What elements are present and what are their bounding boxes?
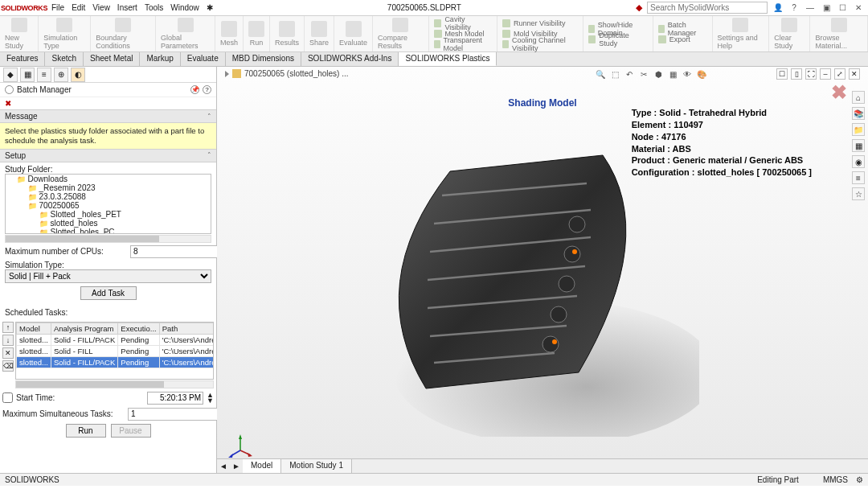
tab-motion-study[interactable]: Motion Study 1 bbox=[281, 459, 352, 473]
ribbon-batch-manager[interactable]: Batch Manager bbox=[658, 23, 707, 34]
menu-window[interactable]: Window bbox=[170, 3, 199, 12]
view-palette-icon[interactable]: ▦ bbox=[852, 139, 865, 152]
login-icon[interactable]: 👤 bbox=[772, 2, 784, 14]
task-scrollbar[interactable] bbox=[15, 380, 214, 388]
tree-scrollbar[interactable] bbox=[5, 235, 211, 243]
start-time-checkbox[interactable] bbox=[2, 392, 13, 403]
ribbon-settings-help[interactable]: Settings and Help bbox=[713, 16, 770, 51]
ribbon-share[interactable]: Share bbox=[305, 16, 334, 51]
task-clear-button[interactable]: ⌫ bbox=[2, 360, 14, 372]
two-view-icon[interactable]: ▯ bbox=[791, 68, 802, 80]
tab-sheet-metal[interactable]: Sheet Metal bbox=[84, 52, 140, 66]
pm-tab-feature-mgr[interactable]: ◆ bbox=[3, 68, 18, 82]
ribbon-browse-material[interactable]: Browse Material... bbox=[810, 16, 868, 51]
help-icon[interactable]: ? bbox=[788, 2, 800, 14]
task-row[interactable]: slotted...Solid - FILL/PACKPending'C:\Us… bbox=[17, 334, 215, 345]
pm-tab-config-mgr[interactable]: ≡ bbox=[37, 68, 51, 82]
menu-edit[interactable]: Edit bbox=[72, 3, 85, 12]
maximize-icon[interactable]: ☐ bbox=[837, 2, 848, 14]
col-exec[interactable]: Executio... bbox=[118, 323, 159, 334]
section-view-icon[interactable]: ✂ bbox=[638, 68, 649, 80]
ribbon-results[interactable]: Results bbox=[270, 16, 305, 51]
study-close-icon[interactable]: ✖ bbox=[831, 81, 847, 104]
view-triad[interactable] bbox=[228, 434, 252, 458]
file-explorer-icon[interactable]: 📁 bbox=[852, 123, 865, 136]
ribbon-runner-vis[interactable]: Runner Visibility bbox=[502, 18, 565, 29]
ribbon-cavity-vis[interactable]: Cavity Visibility bbox=[434, 18, 492, 29]
display-style-icon[interactable]: ▦ bbox=[667, 68, 678, 80]
task-row[interactable]: slotted...Solid - FILLPending'C:\Users\A… bbox=[17, 345, 215, 356]
pm-tab-prop-mgr[interactable]: ▦ bbox=[20, 68, 35, 82]
tab-scroll-left[interactable]: ◄ bbox=[217, 459, 230, 473]
ribbon-mesh[interactable]: Mesh bbox=[215, 16, 244, 51]
col-program[interactable]: Analysis Program bbox=[51, 323, 117, 334]
ribbon-transparent[interactable]: Transparent Model bbox=[434, 39, 492, 50]
design-lib-icon[interactable]: 📚 bbox=[852, 107, 865, 120]
pm-tab-dimx[interactable]: ⊕ bbox=[54, 68, 68, 82]
fullscreen-icon[interactable]: ⤢ bbox=[834, 68, 845, 80]
tab-scroll-right[interactable]: ► bbox=[230, 459, 243, 473]
task-delete-button[interactable]: ✕ bbox=[2, 347, 14, 359]
ribbon-boundary[interactable]: Boundary Conditions bbox=[91, 16, 156, 51]
pm-close-button[interactable]: ✖ bbox=[0, 97, 216, 109]
run-button[interactable]: Run bbox=[66, 424, 106, 438]
appearances-icon[interactable]: ◉ bbox=[852, 155, 865, 168]
minus-icon[interactable]: – bbox=[820, 68, 831, 80]
custom-props-icon[interactable]: ≡ bbox=[852, 171, 865, 184]
col-path[interactable]: Path bbox=[159, 323, 214, 334]
breadcrumb[interactable]: 700250065 (slotted_holes) ... bbox=[225, 69, 349, 78]
time-stepper[interactable]: ▲▼ bbox=[207, 392, 214, 404]
ribbon-run[interactable]: Run bbox=[244, 16, 270, 51]
start-time-input[interactable] bbox=[147, 392, 203, 405]
close-view-icon[interactable]: ✕ bbox=[849, 68, 860, 80]
prev-view-icon[interactable]: ↶ bbox=[624, 68, 635, 80]
tab-evaluate[interactable]: Evaluate bbox=[181, 52, 226, 66]
ribbon-cooling-vis[interactable]: Cooling Channel Visibility bbox=[502, 39, 578, 50]
col-model[interactable]: Model bbox=[17, 323, 51, 334]
tab-sketch[interactable]: Sketch bbox=[45, 52, 84, 66]
status-gear-icon[interactable]: ⚙ bbox=[856, 475, 863, 484]
link-views-icon[interactable]: ⛶ bbox=[805, 68, 817, 80]
task-table[interactable]: Model Analysis Program Executio... Path … bbox=[15, 322, 214, 380]
menu-tools[interactable]: Tools bbox=[145, 3, 163, 12]
restore-icon[interactable]: ▣ bbox=[821, 2, 832, 14]
folder-tree[interactable]: Downloads _Resemin 2023 23.0.3.25088 700… bbox=[5, 174, 211, 234]
pm-tab-plastics[interactable]: ◐ bbox=[71, 68, 85, 82]
ribbon-clear-study[interactable]: Clear Study bbox=[769, 16, 810, 51]
hide-show-icon[interactable]: 👁 bbox=[682, 68, 693, 80]
pause-button[interactable]: Pause bbox=[111, 424, 151, 438]
ribbon-duplicate-study[interactable]: Duplicate Study bbox=[588, 34, 648, 44]
ribbon-export[interactable]: Export bbox=[658, 34, 690, 44]
zoom-fit-icon[interactable]: 🔍 bbox=[595, 68, 606, 80]
task-down-button[interactable]: ↓ bbox=[2, 335, 14, 346]
menu-view[interactable]: View bbox=[92, 3, 110, 12]
sim-type-select[interactable]: Solid | Fill + Pack bbox=[5, 269, 211, 283]
tab-model[interactable]: Model bbox=[243, 459, 281, 473]
close-icon[interactable]: ✕ bbox=[853, 2, 864, 14]
task-up-button[interactable]: ↑ bbox=[2, 322, 14, 333]
tab-markup[interactable]: Markup bbox=[140, 52, 180, 66]
message-header[interactable]: Message˄ bbox=[0, 109, 216, 123]
appearance-icon[interactable]: 🎨 bbox=[696, 68, 707, 80]
setup-header[interactable]: Setup˄ bbox=[0, 149, 216, 162]
zoom-area-icon[interactable]: ⬚ bbox=[609, 68, 620, 80]
forum-icon[interactable]: ☆ bbox=[852, 187, 865, 200]
ribbon-evaluate[interactable]: Evaluate bbox=[334, 16, 373, 51]
status-units[interactable]: MMGS bbox=[823, 475, 848, 484]
ribbon-sim-type[interactable]: Simulation Type bbox=[39, 16, 91, 51]
sw-resources-icon[interactable]: ⌂ bbox=[852, 91, 865, 104]
ribbon-global-params[interactable]: Global Parameters bbox=[156, 16, 215, 51]
single-view-icon[interactable]: ☐ bbox=[776, 68, 788, 80]
menu-star[interactable]: ✱ bbox=[207, 3, 213, 12]
menu-file[interactable]: File bbox=[51, 3, 64, 12]
tab-addins[interactable]: SOLIDWORKS Add-Ins bbox=[301, 52, 399, 66]
graphics-area[interactable]: 700250065 (slotted_holes) ... 🔍 ⬚ ↶ ✂ ⬢ … bbox=[217, 67, 868, 473]
tab-plastics[interactable]: SOLIDWORKS Plastics bbox=[399, 52, 497, 66]
task-row-selected[interactable]: slotted...Solid - FILL/PACKPending'C:\Us… bbox=[17, 356, 215, 368]
help-icon-pm[interactable]: ? bbox=[203, 85, 211, 94]
pin-icon[interactable]: 📌 bbox=[190, 85, 199, 94]
view-orient-icon[interactable]: ⬢ bbox=[653, 68, 664, 80]
ribbon-compare[interactable]: Compare Results bbox=[373, 16, 428, 51]
minimize-icon[interactable]: — bbox=[805, 2, 816, 14]
menu-insert[interactable]: Insert bbox=[117, 3, 137, 12]
